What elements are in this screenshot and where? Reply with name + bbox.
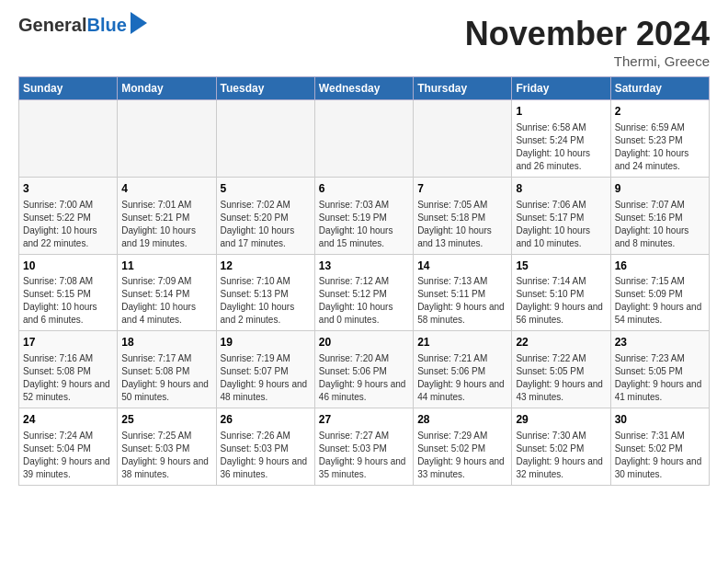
day-cell: 17Sunrise: 7:16 AM Sunset: 5:08 PM Dayli… [19,331,118,408]
day-cell: 14Sunrise: 7:13 AM Sunset: 5:11 PM Dayli… [414,254,512,331]
day-cell: 4Sunrise: 7:01 AM Sunset: 5:21 PM Daylig… [118,177,216,254]
day-cell: 11Sunrise: 7:09 AM Sunset: 5:14 PM Dayli… [118,254,216,331]
day-cell [19,100,118,178]
day-cell: 21Sunrise: 7:21 AM Sunset: 5:06 PM Dayli… [414,331,512,408]
week-row-5: 24Sunrise: 7:24 AM Sunset: 5:04 PM Dayli… [19,408,710,486]
day-number: 26 [221,412,311,428]
day-number: 24 [23,412,113,428]
logo-line1: GeneralBlue [18,15,147,35]
day-number: 29 [516,412,606,428]
day-cell [314,100,413,178]
day-info: Sunrise: 7:02 AM Sunset: 5:20 PM Dayligh… [221,199,311,250]
col-header-monday: Monday [118,77,216,100]
col-header-saturday: Saturday [610,77,709,100]
day-info: Sunrise: 7:21 AM Sunset: 5:06 PM Dayligh… [417,352,507,404]
day-info: Sunrise: 6:59 AM Sunset: 5:23 PM Dayligh… [615,121,705,173]
day-cell: 20Sunrise: 7:20 AM Sunset: 5:06 PM Dayli… [314,331,413,408]
day-cell: 28Sunrise: 7:29 AM Sunset: 5:02 PM Dayli… [414,408,512,486]
day-number: 20 [319,335,409,350]
logo-general: GeneralBlue [18,15,127,35]
day-info: Sunrise: 7:16 AM Sunset: 5:08 PM Dayligh… [23,352,113,404]
day-number: 30 [615,412,705,428]
day-info: Sunrise: 7:19 AM Sunset: 5:07 PM Dayligh… [221,352,311,404]
day-info: Sunrise: 7:20 AM Sunset: 5:06 PM Dayligh… [319,352,409,404]
week-row-4: 17Sunrise: 7:16 AM Sunset: 5:08 PM Dayli… [19,331,710,408]
logo-arrow-icon [131,12,147,34]
day-number: 3 [23,181,113,197]
day-cell: 10Sunrise: 7:08 AM Sunset: 5:15 PM Dayli… [19,254,118,331]
day-number: 11 [121,259,211,274]
day-cell: 25Sunrise: 7:25 AM Sunset: 5:03 PM Dayli… [118,408,216,486]
day-cell: 19Sunrise: 7:19 AM Sunset: 5:07 PM Dayli… [216,331,314,408]
day-cell [216,100,314,178]
week-row-2: 3Sunrise: 7:00 AM Sunset: 5:22 PM Daylig… [19,177,710,254]
page: GeneralBlue November 2024 Thermi, Greece… [0,0,728,500]
day-number: 25 [121,412,211,428]
day-cell: 29Sunrise: 7:30 AM Sunset: 5:02 PM Dayli… [512,408,610,486]
day-cell: 12Sunrise: 7:10 AM Sunset: 5:13 PM Dayli… [216,254,314,331]
day-info: Sunrise: 7:01 AM Sunset: 5:21 PM Dayligh… [121,199,211,250]
week-row-1: 1Sunrise: 6:58 AM Sunset: 5:24 PM Daylig… [19,100,710,178]
day-info: Sunrise: 7:08 AM Sunset: 5:15 PM Dayligh… [23,275,113,327]
day-number: 9 [615,181,705,197]
day-info: Sunrise: 7:29 AM Sunset: 5:02 PM Dayligh… [417,430,507,481]
day-number: 1 [516,104,606,120]
day-info: Sunrise: 7:26 AM Sunset: 5:03 PM Dayligh… [221,430,311,481]
day-number: 5 [221,181,311,197]
day-info: Sunrise: 7:06 AM Sunset: 5:17 PM Dayligh… [516,199,606,250]
location: Thermi, Greece [465,53,710,69]
day-cell: 13Sunrise: 7:12 AM Sunset: 5:12 PM Dayli… [314,254,413,331]
col-header-tuesday: Tuesday [216,77,314,100]
day-info: Sunrise: 7:25 AM Sunset: 5:03 PM Dayligh… [121,430,211,481]
day-number: 18 [121,335,211,350]
day-number: 23 [615,335,705,350]
day-number: 13 [319,259,409,274]
day-number: 6 [319,181,409,197]
day-number: 2 [615,104,705,120]
day-number: 12 [221,259,311,274]
day-number: 19 [221,335,311,350]
logo: GeneralBlue [18,15,147,35]
day-number: 28 [417,412,507,428]
day-number: 22 [516,335,606,350]
day-cell: 9Sunrise: 7:07 AM Sunset: 5:16 PM Daylig… [610,177,709,254]
day-cell: 16Sunrise: 7:15 AM Sunset: 5:09 PM Dayli… [610,254,709,331]
day-cell: 1Sunrise: 6:58 AM Sunset: 5:24 PM Daylig… [512,100,610,178]
day-info: Sunrise: 7:24 AM Sunset: 5:04 PM Dayligh… [23,430,113,481]
day-number: 10 [23,259,113,274]
day-info: Sunrise: 7:31 AM Sunset: 5:02 PM Dayligh… [615,430,705,481]
day-info: Sunrise: 7:03 AM Sunset: 5:19 PM Dayligh… [319,199,409,250]
day-cell: 27Sunrise: 7:27 AM Sunset: 5:03 PM Dayli… [314,408,413,486]
day-info: Sunrise: 7:05 AM Sunset: 5:18 PM Dayligh… [417,199,507,250]
day-cell [414,100,512,178]
day-info: Sunrise: 7:07 AM Sunset: 5:16 PM Dayligh… [615,199,705,250]
header: GeneralBlue November 2024 Thermi, Greece [18,15,710,69]
day-info: Sunrise: 7:00 AM Sunset: 5:22 PM Dayligh… [23,199,113,250]
day-info: Sunrise: 7:22 AM Sunset: 5:05 PM Dayligh… [516,352,606,404]
day-info: Sunrise: 7:12 AM Sunset: 5:12 PM Dayligh… [319,275,409,327]
day-cell: 8Sunrise: 7:06 AM Sunset: 5:17 PM Daylig… [512,177,610,254]
day-number: 8 [516,181,606,197]
day-cell: 18Sunrise: 7:17 AM Sunset: 5:08 PM Dayli… [118,331,216,408]
day-cell: 26Sunrise: 7:26 AM Sunset: 5:03 PM Dayli… [216,408,314,486]
col-header-sunday: Sunday [19,77,118,100]
day-number: 27 [319,412,409,428]
day-cell: 30Sunrise: 7:31 AM Sunset: 5:02 PM Dayli… [610,408,709,486]
day-info: Sunrise: 7:17 AM Sunset: 5:08 PM Dayligh… [121,352,211,404]
day-cell: 5Sunrise: 7:02 AM Sunset: 5:20 PM Daylig… [216,177,314,254]
day-info: Sunrise: 6:58 AM Sunset: 5:24 PM Dayligh… [516,121,606,173]
day-cell: 6Sunrise: 7:03 AM Sunset: 5:19 PM Daylig… [314,177,413,254]
day-number: 14 [417,259,507,274]
week-row-3: 10Sunrise: 7:08 AM Sunset: 5:15 PM Dayli… [19,254,710,331]
col-header-friday: Friday [512,77,610,100]
header-row: SundayMondayTuesdayWednesdayThursdayFrid… [19,77,710,100]
day-number: 7 [417,181,507,197]
col-header-thursday: Thursday [414,77,512,100]
logo-text-block: GeneralBlue [18,15,147,35]
day-info: Sunrise: 7:15 AM Sunset: 5:09 PM Dayligh… [615,275,705,327]
day-info: Sunrise: 7:09 AM Sunset: 5:14 PM Dayligh… [121,275,211,327]
day-info: Sunrise: 7:23 AM Sunset: 5:05 PM Dayligh… [615,352,705,404]
day-cell: 23Sunrise: 7:23 AM Sunset: 5:05 PM Dayli… [610,331,709,408]
day-info: Sunrise: 7:27 AM Sunset: 5:03 PM Dayligh… [319,430,409,481]
day-number: 15 [516,259,606,274]
